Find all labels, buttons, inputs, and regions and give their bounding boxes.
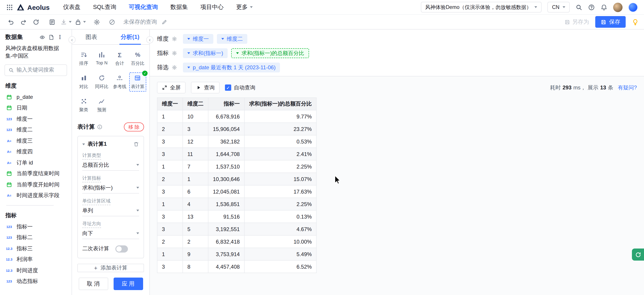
language-select[interactable]: CN: [548, 2, 570, 12]
tool-sort[interactable]: 排序: [75, 49, 92, 68]
app-launcher-icon[interactable]: [6, 4, 13, 10]
redo-icon[interactable]: [18, 16, 28, 27]
field-item-dynamic-metric[interactable]: 123 动态指标: [0, 276, 72, 287]
edit-pencil-icon[interactable]: [159, 16, 170, 27]
apply-button[interactable]: 应 用: [113, 278, 143, 290]
gear-icon[interactable]: [172, 65, 177, 70]
nav-item-dashboard[interactable]: 仪表盘: [63, 3, 80, 11]
table-row[interactable]: 3612,045,08117.63%: [157, 185, 316, 198]
table-row[interactable]: 1106,678,9169.77%: [157, 110, 316, 123]
info-icon[interactable]: [97, 124, 102, 130]
user-avatar[interactable]: [613, 2, 622, 12]
field-item-profit-rate[interactable]: 12.3 利润率: [0, 254, 72, 265]
table-row[interactable]: 3111,644,7082.41%: [157, 148, 316, 160]
table-row[interactable]: 141,536,8512.25%: [157, 198, 316, 210]
field-item-quarter-start[interactable]: 当前季度开始时间: [0, 179, 72, 190]
filter-chip[interactable]: p_date 最近有数 1 天 (2023-11-06): [183, 63, 280, 72]
calc-type-select[interactable]: 总额百分比: [82, 160, 139, 171]
preview-icon[interactable]: [46, 16, 57, 27]
tool-percent[interactable]: % 百分比: [129, 49, 146, 68]
run-query-button[interactable]: 查询: [191, 82, 220, 93]
dimension-chip[interactable]: 维度一: [183, 34, 213, 44]
col-header[interactable]: 维度二: [183, 98, 208, 110]
table-row[interactable]: 31391,5160.13%: [157, 210, 316, 223]
undo-icon[interactable]: [5, 16, 16, 27]
field-item-order-id[interactable]: A≡ 订单 id: [0, 157, 72, 168]
kebab-menu-icon[interactable]: ⋮: [57, 34, 62, 40]
nav-item-project-center[interactable]: 项目中心: [200, 3, 224, 11]
tool-total[interactable]: Σ 合计: [111, 49, 128, 68]
table-row[interactable]: 384,457,4086.52%: [157, 260, 316, 273]
field-item-dim3[interactable]: A≡ 维度三: [0, 135, 72, 146]
auto-query-checkbox[interactable]: ✓ 自动查询: [225, 84, 255, 91]
table-calc-card-header[interactable]: 表计算1: [82, 140, 139, 148]
dimension-chip[interactable]: 维度二: [217, 34, 247, 44]
caret-down-icon[interactable]: [83, 21, 86, 23]
collapse-panel-button[interactable]: ‹: [146, 36, 154, 43]
secondary-calc-toggle[interactable]: [116, 245, 128, 252]
collapse-sidebar-button[interactable]: ‹: [68, 36, 76, 43]
nav-item-dataset[interactable]: 数据集: [170, 3, 188, 11]
question-link[interactable]: 有疑问?: [618, 84, 637, 91]
nav-item-more[interactable]: 更多: [236, 3, 253, 11]
table-row[interactable]: 171,537,5102.25%: [157, 160, 316, 173]
save-button[interactable]: 保存: [595, 16, 626, 28]
tool-top-n[interactable]: Top N: [93, 49, 110, 68]
gear-icon[interactable]: [172, 50, 177, 56]
tab-chart[interactable]: 图表: [72, 29, 111, 44]
save-as-button[interactable]: 另存为: [564, 18, 589, 26]
field-item-metric1[interactable]: 123 指标一: [0, 221, 72, 232]
add-table-calc-button[interactable]: + 添加表计算: [77, 264, 144, 272]
settings-gear-icon[interactable]: [91, 16, 102, 27]
col-header[interactable]: 指标一: [208, 98, 244, 110]
tool-cluster[interactable]: 聚类: [75, 96, 92, 115]
notification-bell-icon[interactable]: [600, 4, 607, 10]
download-icon[interactable]: [58, 16, 69, 27]
eye-icon[interactable]: [39, 34, 45, 40]
table-row[interactable]: 2315,906,05423.27%: [157, 123, 316, 135]
workspace-select[interactable]: 风神体验Demo（仅演示体验，勿放敏感数据）: [420, 2, 542, 12]
field-item-metric2[interactable]: 123 指标二: [0, 232, 72, 243]
metric-calc-chip[interactable]: 求和(指标一)的总额百分比: [231, 48, 309, 58]
tool-compare[interactable]: 对比: [75, 72, 92, 92]
field-item-p-date[interactable]: p_date: [0, 92, 72, 103]
nav-item-sql-query[interactable]: SQL查询: [93, 3, 116, 11]
tab-analysis[interactable]: 分析(1): [111, 29, 149, 44]
field-item-dim1[interactable]: 123 维度一: [0, 114, 72, 124]
field-item-date[interactable]: 日期: [0, 103, 72, 114]
gear-icon[interactable]: [172, 36, 177, 41]
field-item-quarter-end[interactable]: 当前季度结束时间: [0, 168, 72, 179]
field-item-time-progress[interactable]: 12.3 时间进度: [0, 265, 72, 276]
fullscreen-button[interactable]: 全屏: [157, 82, 186, 93]
help-icon[interactable]: [588, 4, 595, 10]
table-row[interactable]: 312362,1820.53%: [157, 135, 316, 148]
cancel-button[interactable]: 取 消: [78, 278, 108, 290]
table-row[interactable]: 353,192,5514.67%: [157, 223, 316, 235]
field-search-input[interactable]: 输入关键词搜索: [4, 64, 67, 76]
calc-scope-select[interactable]: 单列: [82, 205, 139, 216]
calc-metric-select[interactable]: 求和(指标一): [82, 182, 139, 194]
lightbulb-icon[interactable]: [632, 18, 639, 25]
tool-reference-line[interactable]: 参考线: [111, 72, 128, 92]
lock-icon[interactable]: [72, 16, 83, 27]
trash-icon[interactable]: [133, 141, 139, 147]
col-header[interactable]: 求和(指标一)的总额百分比: [244, 98, 316, 110]
remove-button[interactable]: 移 除: [124, 122, 144, 131]
tool-forecast[interactable]: 预测: [93, 96, 110, 115]
metric-chip[interactable]: 求和(指标一): [183, 48, 228, 58]
tool-period-ratio[interactable]: 同环比: [93, 72, 110, 92]
field-item-time-progress-field[interactable]: A≡ 时间进度展示字段: [0, 190, 72, 201]
table-row[interactable]: 226,832,41810.00%: [157, 235, 316, 248]
col-header[interactable]: 维度一: [157, 98, 183, 110]
nav-item-visual-query[interactable]: 可视化查询: [129, 3, 158, 11]
caret-down-icon[interactable]: [69, 21, 72, 23]
aeolus-logo[interactable]: Aeolus: [16, 3, 50, 11]
field-item-dim2[interactable]: 123 维度二: [0, 124, 72, 135]
document-icon[interactable]: [48, 34, 54, 40]
field-item-metric3[interactable]: 12.3 指标三: [0, 243, 72, 254]
org-avatar[interactable]: [628, 2, 638, 12]
feedback-button[interactable]: [632, 249, 644, 261]
dataset-name[interactable]: 风神仪表盘模板用数据集-中国区: [0, 41, 72, 60]
table-row[interactable]: 193,753,9145.49%: [157, 248, 316, 260]
tool-table-calc[interactable]: ✓ 表计算: [129, 72, 146, 92]
